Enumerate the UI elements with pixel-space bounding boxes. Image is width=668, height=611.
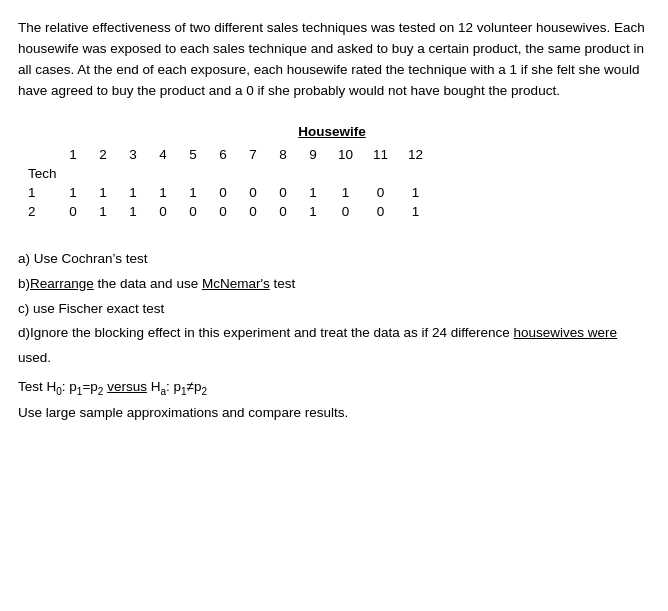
q-d-prefix: d)Ignore the blocking effect in this exp…: [18, 325, 514, 340]
test-section: Test H0: p1=p2 versus Ha: p1≠p2 Use larg…: [18, 377, 646, 424]
test-h0-label: Test H0: p1=p2: [18, 379, 107, 394]
row2-val4: 0: [148, 202, 178, 221]
data-table-section: Housewife 1 2 3 4 5 6 7 8 9 10 11 12 Tec…: [18, 124, 646, 221]
question-b: b)Rearrange the data and use McNemar's t…: [18, 274, 646, 295]
col-header-1: 1: [58, 145, 88, 164]
row1-val6: 0: [208, 183, 238, 202]
large-sample-line: Use large sample approximations and comp…: [18, 403, 646, 424]
col-header-2: 2: [88, 145, 118, 164]
row1-val7: 0: [238, 183, 268, 202]
row2-val1: 0: [58, 202, 88, 221]
q-d-underline: housewives were: [514, 325, 618, 340]
row1-val3: 1: [118, 183, 148, 202]
row2-val8: 0: [268, 202, 298, 221]
row1-val12: 1: [398, 183, 433, 202]
table-row-2: 2 0 1 1 0 0 0 0 0 1 0 0 1: [28, 202, 433, 221]
header-empty: [28, 145, 58, 164]
test-ha: Ha: p1≠p2: [147, 379, 207, 394]
question-d-cont: used.: [18, 348, 646, 369]
col-header-12: 12: [398, 145, 433, 164]
row2-val3: 1: [118, 202, 148, 221]
housewife-label: Housewife: [18, 124, 646, 139]
question-c: c) use Fischer exact test: [18, 299, 646, 320]
tech-label: Tech: [28, 164, 433, 183]
col-header-9: 9: [298, 145, 328, 164]
row1-val2: 1: [88, 183, 118, 202]
row2-val11: 0: [363, 202, 398, 221]
test-hypothesis: Test H0: p1=p2 versus Ha: p1≠p2: [18, 377, 646, 399]
row2-val9: 1: [298, 202, 328, 221]
row1-val10: 1: [328, 183, 363, 202]
row1-val9: 1: [298, 183, 328, 202]
q-b-middle: the data and use: [94, 276, 202, 291]
q-b-rearrange: Rearrange: [30, 276, 94, 291]
col-header-6: 6: [208, 145, 238, 164]
col-header-10: 10: [328, 145, 363, 164]
row1-val5: 1: [178, 183, 208, 202]
col-header-5: 5: [178, 145, 208, 164]
q-b-mcnemar: McNemar's: [202, 276, 270, 291]
row1-val1: 1: [58, 183, 88, 202]
col-header-3: 3: [118, 145, 148, 164]
col-header-11: 11: [363, 145, 398, 164]
question-a: a) Use Cochran’s test: [18, 249, 646, 270]
row1-val11: 0: [363, 183, 398, 202]
tech-label-row: Tech: [28, 164, 433, 183]
table-row-1: 1 1 1 1 1 1 0 0 0 1 1 0 1: [28, 183, 433, 202]
row1-val4: 1: [148, 183, 178, 202]
row2-val7: 0: [238, 202, 268, 221]
row2-val10: 0: [328, 202, 363, 221]
col-header-8: 8: [268, 145, 298, 164]
col-header-7: 7: [238, 145, 268, 164]
question-d: d)Ignore the blocking effect in this exp…: [18, 323, 646, 344]
questions-section: a) Use Cochran’s test b)Rearrange the da…: [18, 249, 646, 370]
row2-val6: 0: [208, 202, 238, 221]
q-b-prefix: b): [18, 276, 30, 291]
table-header-row: 1 2 3 4 5 6 7 8 9 10 11 12: [28, 145, 433, 164]
row2-val12: 1: [398, 202, 433, 221]
test-versus: versus: [107, 379, 147, 394]
intro-paragraph: The relative effectiveness of two differ…: [18, 18, 646, 102]
row1-label: 1: [28, 183, 58, 202]
row2-val5: 0: [178, 202, 208, 221]
row1-val8: 0: [268, 183, 298, 202]
col-header-4: 4: [148, 145, 178, 164]
row2-val2: 1: [88, 202, 118, 221]
data-table: 1 2 3 4 5 6 7 8 9 10 11 12 Tech 1 1 1 1 …: [28, 145, 433, 221]
row2-label: 2: [28, 202, 58, 221]
q-b-suffix: test: [270, 276, 296, 291]
